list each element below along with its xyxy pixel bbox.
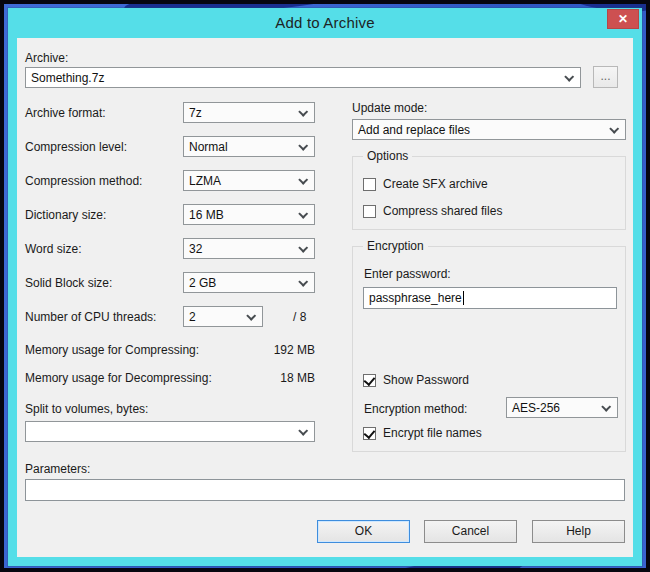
compress-shared-label: Compress shared files [383,204,502,218]
split-volumes-combobox[interactable] [25,421,315,442]
archive-format-label: Archive format: [25,106,106,120]
dictionary-size-value: 16 MB [189,208,224,222]
update-mode-label: Update mode: [352,101,427,115]
chevron-down-icon [298,277,308,287]
memory-compress-value: 192 MB [183,343,315,357]
archive-format-value: 7z [189,106,202,120]
password-input[interactable]: passphrase_here [363,287,617,309]
checkbox-icon [363,178,376,191]
show-password-label: Show Password [383,373,469,387]
compression-level-value: Normal [189,140,228,154]
chevron-down-icon [298,426,308,436]
chevron-down-icon [564,72,574,82]
browse-button[interactable]: ... [593,66,618,88]
checkbox-checked-icon [363,374,376,387]
parameters-label: Parameters: [25,462,90,476]
archive-label: Archive: [25,51,68,65]
chevron-down-icon [298,175,308,185]
word-size-dropdown[interactable]: 32 [183,238,315,259]
compression-method-dropdown[interactable]: LZMA [183,170,315,191]
encrypt-file-names-label: Encrypt file names [383,426,482,440]
window-title: Add to Archive [8,14,642,31]
chevron-down-icon [298,243,308,253]
enter-password-label: Enter password: [364,267,451,281]
update-mode-dropdown[interactable]: Add and replace files [352,119,626,140]
encryption-method-dropdown[interactable]: AES-256 [506,397,618,418]
ok-button[interactable]: OK [317,520,410,543]
cpu-threads-label: Number of CPU threads: [25,310,156,324]
help-button[interactable]: Help [532,520,625,543]
archive-format-dropdown[interactable]: 7z [183,102,315,123]
compression-level-label: Compression level: [25,140,127,154]
solid-block-size-value: 2 GB [189,276,216,290]
cpu-threads-dropdown[interactable]: 2 [183,306,263,327]
word-size-label: Word size: [25,242,81,256]
word-size-value: 32 [189,242,202,256]
encryption-method-value: AES-256 [512,401,560,415]
encryption-method-label: Encryption method: [364,402,467,416]
close-button[interactable]: ✕ [607,9,639,29]
checkbox-checked-icon [363,427,376,440]
update-mode-value: Add and replace files [358,123,470,137]
chevron-down-icon [298,107,308,117]
dictionary-size-dropdown[interactable]: 16 MB [183,204,315,225]
chevron-down-icon [246,311,256,321]
memory-compress-label: Memory usage for Compressing: [25,343,199,357]
create-sfx-checkbox[interactable]: Create SFX archive [363,177,488,191]
titlebar[interactable]: Add to Archive ✕ [8,8,642,38]
chevron-down-icon [298,141,308,151]
encrypt-file-names-checkbox[interactable]: Encrypt file names [363,426,482,440]
compression-method-label: Compression method: [25,174,142,188]
text-caret [463,291,464,305]
encryption-group-title: Encryption [363,239,428,253]
password-value: passphrase_here [369,291,462,305]
cpu-threads-value: 2 [189,310,196,324]
parameters-input[interactable] [25,479,625,501]
split-volumes-label: Split to volumes, bytes: [25,402,148,416]
show-password-checkbox[interactable]: Show Password [363,373,469,387]
solid-block-size-dropdown[interactable]: 2 GB [183,272,315,293]
options-group-title: Options [363,149,412,163]
dictionary-size-label: Dictionary size: [25,208,106,222]
chevron-down-icon [609,124,619,134]
archive-name-value: Something.7z [31,71,104,85]
options-groupbox: Options Create SFX archive Compress shar… [352,156,626,230]
solid-block-size-label: Solid Block size: [25,276,112,290]
checkbox-icon [363,205,376,218]
memory-decompress-value: 18 MB [183,371,315,385]
compress-shared-checkbox[interactable]: Compress shared files [363,204,502,218]
encryption-groupbox: Encryption Enter password: passphrase_he… [352,246,626,452]
create-sfx-label: Create SFX archive [383,177,488,191]
cpu-threads-max: / 8 [293,310,306,324]
compression-method-value: LZMA [189,174,221,188]
chevron-down-icon [298,209,308,219]
add-to-archive-window: Add to Archive ✕ Archive: Something.7z .… [8,8,642,566]
dialog-body: Archive: Something.7z ... Archive format… [17,38,633,557]
close-icon: ✕ [618,12,628,26]
compression-level-dropdown[interactable]: Normal [183,136,315,157]
cancel-button[interactable]: Cancel [424,520,517,543]
archive-name-combobox[interactable]: Something.7z [25,67,581,88]
chevron-down-icon [601,402,611,412]
